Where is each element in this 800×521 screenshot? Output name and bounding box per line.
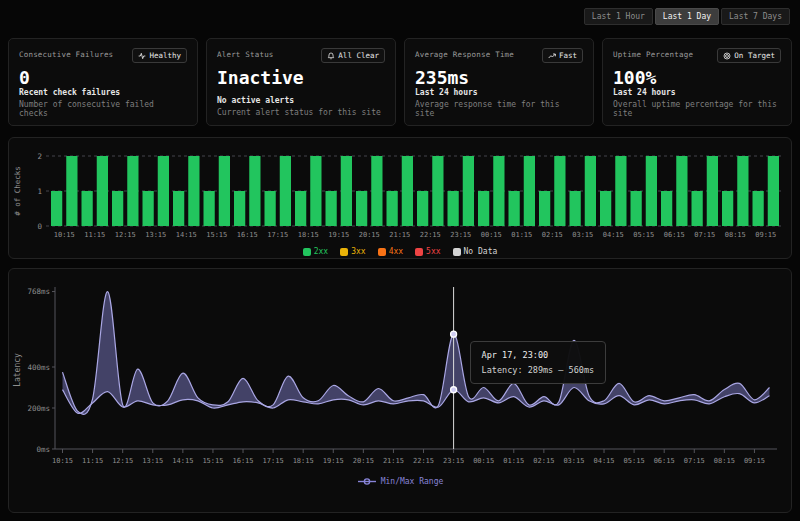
- bell-icon: [327, 52, 335, 60]
- range-last-7-days-button[interactable]: Last 7 Days: [721, 8, 790, 25]
- healthy-badge: Healthy: [132, 48, 187, 63]
- svg-text:15:15: 15:15: [202, 457, 223, 465]
- svg-text:22:15: 22:15: [420, 231, 441, 239]
- svg-text:11:15: 11:15: [84, 231, 105, 239]
- legend-item-3xx: 3xx: [340, 247, 365, 256]
- legend-swatch: [453, 248, 461, 256]
- range-last-1-hour-button[interactable]: Last 1 Hour: [584, 8, 653, 25]
- card-value: 0: [19, 67, 187, 88]
- card-description: Average response time for this site: [415, 100, 583, 118]
- svg-text:21:15: 21:15: [383, 457, 404, 465]
- svg-text:08:15: 08:15: [714, 457, 735, 465]
- card-title: Uptime Percentage: [613, 48, 693, 59]
- svg-text:04:15: 04:15: [603, 231, 624, 239]
- card-consecutive-failures: Consecutive Failures Healthy 0 Recent ch…: [8, 38, 198, 126]
- stat-cards: Consecutive Failures Healthy 0 Recent ch…: [8, 38, 792, 126]
- svg-text:14:15: 14:15: [176, 231, 197, 239]
- activity-icon: [138, 52, 146, 60]
- svg-text:05:15: 05:15: [633, 231, 654, 239]
- svg-text:05:15: 05:15: [624, 457, 645, 465]
- svg-text:13:15: 13:15: [142, 457, 163, 465]
- checks-bar-chart-panel: 012# of Checks10:1511:1512:1513:1514:151…: [8, 137, 792, 259]
- legend-label: Min/Max Range: [381, 477, 444, 486]
- legend-label: 2xx: [314, 247, 328, 256]
- svg-text:02:15: 02:15: [533, 457, 554, 465]
- tooltip-latency-range: Latency: 289ms – 560ms: [482, 365, 595, 375]
- svg-text:12:15: 12:15: [112, 457, 133, 465]
- svg-text:20:15: 20:15: [353, 457, 374, 465]
- svg-text:16:15: 16:15: [232, 457, 253, 465]
- legend-swatch: [378, 248, 386, 256]
- svg-text:23:15: 23:15: [450, 231, 471, 239]
- svg-text:21:15: 21:15: [389, 231, 410, 239]
- svg-text:# of Checks: # of Checks: [13, 166, 22, 216]
- svg-text:Latency: Latency: [13, 353, 22, 387]
- svg-text:12:15: 12:15: [115, 231, 136, 239]
- card-title: Alert Status: [217, 48, 274, 59]
- on-target-badge: On Target: [717, 48, 781, 63]
- card-description: Overall uptime percentage for this site: [613, 100, 781, 118]
- badge-label: Fast: [559, 51, 577, 60]
- latency-chart-panel: 0ms200ms400ms768msLatency10:1511:1512:15…: [8, 268, 792, 513]
- svg-text:07:15: 07:15: [694, 231, 715, 239]
- card-title: Average Response Time: [415, 48, 514, 59]
- svg-text:400ms: 400ms: [27, 363, 50, 372]
- svg-text:17:15: 17:15: [267, 231, 288, 239]
- legend-item-4xx: 4xx: [378, 247, 403, 256]
- svg-text:1: 1: [37, 187, 42, 196]
- legend-swatch: [303, 248, 311, 256]
- svg-text:14:15: 14:15: [172, 457, 193, 465]
- tooltip-timestamp: Apr 17, 23:00: [482, 350, 595, 360]
- card-description: Current alert status for this site: [217, 108, 385, 117]
- legend-swatch: [340, 248, 348, 256]
- svg-text:20:15: 20:15: [359, 231, 380, 239]
- svg-text:19:15: 19:15: [328, 231, 349, 239]
- svg-text:2: 2: [37, 152, 42, 161]
- card-subtitle: Last 24 hours: [613, 88, 781, 97]
- badge-label: Healthy: [149, 51, 181, 60]
- svg-text:00:15: 00:15: [481, 231, 502, 239]
- legend-item-2xx: 2xx: [303, 247, 328, 256]
- svg-text:15:15: 15:15: [206, 231, 227, 239]
- card-title: Consecutive Failures: [19, 48, 113, 59]
- line-dot-icon: [357, 477, 377, 486]
- svg-text:10:15: 10:15: [54, 231, 75, 239]
- svg-text:0: 0: [37, 222, 42, 231]
- chart-tooltip: Apr 17, 23:00 Latency: 289ms – 560ms: [470, 341, 607, 384]
- trending-up-icon: [548, 52, 556, 60]
- card-value: 235ms: [415, 67, 583, 88]
- svg-text:03:15: 03:15: [563, 457, 584, 465]
- svg-text:01:15: 01:15: [503, 457, 524, 465]
- target-icon: [723, 52, 731, 60]
- svg-text:06:15: 06:15: [664, 231, 685, 239]
- legend-label: 5xx: [426, 247, 440, 256]
- range-last-1-day-button[interactable]: Last 1 Day: [655, 8, 719, 25]
- svg-text:768ms: 768ms: [27, 287, 50, 296]
- badge-label: On Target: [734, 51, 775, 60]
- svg-text:18:15: 18:15: [298, 231, 319, 239]
- svg-text:02:15: 02:15: [542, 231, 563, 239]
- card-subtitle: Recent check failures: [19, 88, 187, 97]
- svg-text:18:15: 18:15: [293, 457, 314, 465]
- time-range-selector: Last 1 Hour Last 1 Day Last 7 Days: [584, 8, 790, 25]
- legend-swatch: [415, 248, 423, 256]
- all-clear-badge: All Clear: [321, 48, 385, 63]
- fast-badge: Fast: [542, 48, 583, 63]
- checks-bar-chart[interactable]: 012# of Checks10:1511:1512:1513:1514:151…: [9, 144, 789, 242]
- legend-label: 4xx: [389, 247, 403, 256]
- svg-text:17:15: 17:15: [263, 457, 284, 465]
- latency-chart[interactable]: 0ms200ms400ms768msLatency10:1511:1512:15…: [9, 275, 789, 473]
- card-uptime-percentage: Uptime Percentage On Target 100% Last 24…: [602, 38, 792, 126]
- card-subtitle: No active alerts: [217, 96, 385, 105]
- card-value: Inactive: [217, 67, 385, 88]
- svg-text:04:15: 04:15: [593, 457, 614, 465]
- latency-legend: Min/Max Range: [9, 477, 791, 486]
- card-description: Number of consecutive failed checks: [19, 100, 187, 118]
- bar-chart-legend: 2xx 3xx 4xx 5xx No Data: [9, 247, 791, 256]
- svg-text:11:15: 11:15: [82, 457, 103, 465]
- legend-label: No Data: [464, 247, 498, 256]
- legend-item-5xx: 5xx: [415, 247, 440, 256]
- svg-text:03:15: 03:15: [572, 231, 593, 239]
- svg-text:08:15: 08:15: [725, 231, 746, 239]
- svg-text:22:15: 22:15: [413, 457, 434, 465]
